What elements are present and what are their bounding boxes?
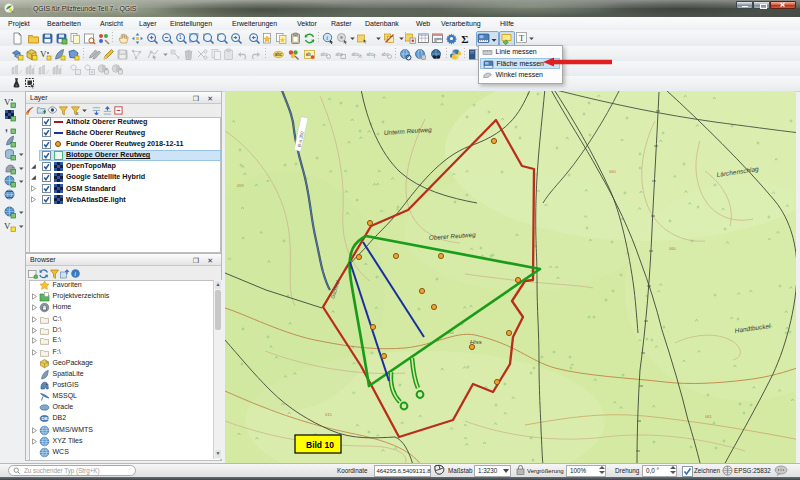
svg-text:abc: abc: [274, 52, 282, 57]
svg-text:V: V: [40, 49, 47, 59]
svg-text:ab: ab: [305, 52, 311, 57]
svg-text:Bild 10: Bild 10: [306, 440, 334, 450]
svg-text:060: 060: [609, 169, 616, 174]
svg-text:T: T: [519, 33, 525, 43]
svg-text:ε: ε: [76, 110, 79, 115]
svg-text:abc: abc: [366, 52, 374, 57]
svg-text:060: 060: [669, 246, 676, 251]
svg-text:i: i: [74, 270, 76, 277]
svg-text:i: i: [326, 33, 328, 40]
svg-text:DB2: DB2: [42, 417, 50, 422]
svg-text:059: 059: [237, 183, 244, 188]
svg-text:V: V: [4, 221, 11, 231]
svg-text:V: V: [4, 97, 11, 107]
svg-text:abc: abc: [351, 52, 359, 57]
svg-text:061: 061: [705, 414, 712, 419]
svg-text:015: 015: [325, 412, 332, 417]
svg-text:Σ: Σ: [461, 32, 468, 44]
svg-text:Hiss: Hiss: [470, 339, 482, 345]
svg-text:,: ,: [5, 122, 8, 133]
